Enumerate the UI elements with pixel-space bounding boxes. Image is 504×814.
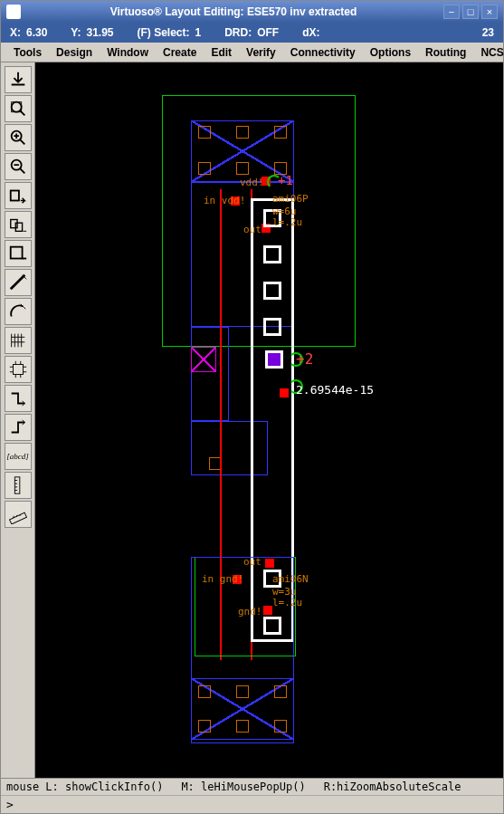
minimize-button[interactable]: − [443,5,460,19]
drd-label: DRD: [224,26,252,39]
menu-routing[interactable]: Routing [418,44,473,61]
mouse-m-hint: M: leHiMousePopUp() [181,780,305,793]
label-out-bot: out [243,556,262,568]
menu-window[interactable]: Window [100,44,156,61]
mouse-r-hint: R:hiZoomAbsoluteScale [324,780,461,793]
label-l2u-top: l=.2u [272,216,302,228]
left-toolbar: [abcd] [1,62,35,778]
svg-rect-5 [10,220,16,228]
label-cap-val: 2.69544e-15 [296,383,374,397]
menu-create[interactable]: Create [156,44,204,61]
label-in-bot: in gnd! [202,573,243,585]
zoom-out-icon[interactable] [5,153,32,180]
menu-design[interactable]: Design [49,44,100,61]
menu-options[interactable]: Options [363,44,418,61]
y-label: Y: [71,26,81,39]
maximize-button[interactable]: □ [462,5,479,19]
svg-rect-7 [10,247,22,259]
menu-connectivity[interactable]: Connectivity [283,44,363,61]
workarea: [abcd] [1,62,503,778]
ruler-v-icon[interactable] [5,472,32,499]
window-title: Virtuoso® Layout Editing: ESE570 inv ext… [26,5,441,18]
svg-rect-8 [13,365,23,375]
label-ami06n: ami06N [272,573,309,585]
layout-canvas[interactable]: +1 vdd! in vdd! ami06P w=6u l=.2u out +2… [35,62,503,778]
pattern-icon[interactable] [5,327,32,354]
svg-rect-10 [9,512,26,524]
wire-down-icon[interactable] [5,385,32,412]
contact [198,126,211,139]
copy-icon[interactable] [5,211,32,238]
titlebar: Virtuoso® Layout Editing: ESE570 inv ext… [1,1,503,23]
select-label: (F) Select: [138,26,190,39]
label-plus2: +2 [296,350,313,368]
mouse-l-hint: mouse L: showClickInfo() [6,780,163,793]
svg-rect-9 [14,477,19,493]
contact [236,162,249,175]
via [263,245,281,263]
svg-rect-6 [15,223,22,231]
drd-value: OFF [257,26,279,39]
save-icon[interactable] [5,66,32,93]
wire-up-icon[interactable] [5,414,32,441]
prompt-text: > [6,798,14,811]
dx-label: dX: [302,26,319,39]
status-right-num: 23 [482,26,494,39]
app-window: Virtuoso® Layout Editing: ESE570 inv ext… [0,0,504,814]
fit-icon[interactable] [5,95,32,122]
via [263,318,281,336]
arc-icon[interactable] [5,298,32,325]
label-in-top: in vdd! [204,195,245,206]
via-purple [265,350,283,369]
ruler-icon[interactable] [5,501,32,528]
label-out-top: out [243,224,262,235]
stretch-icon[interactable] [5,182,32,209]
menu-ncsu[interactable]: NCSU [473,44,504,61]
select-value: 1 [195,26,202,39]
menu-tools[interactable]: Tools [6,44,49,61]
label-ami06p: ami06P [272,193,309,205]
contact [236,126,249,139]
menu-edit[interactable]: Edit [204,44,239,61]
device-icon[interactable] [5,356,32,383]
app-icon [6,5,21,19]
label-vdd: vdd! [240,177,264,188]
abcd-icon[interactable]: [abcd] [5,443,32,470]
status-bar: X: 6.30 Y: 31.95 (F) Select: 1 DRD: OFF … [1,23,503,43]
menubar: Tools Design Window Create Edit Verify C… [1,43,503,62]
mouse-hint-bar: mouse L: showClickInfo() M: leHiMousePop… [1,778,503,795]
label-plus1: +1 [278,173,293,187]
menu-verify[interactable]: Verify [239,44,283,61]
close-button[interactable]: × [481,5,498,19]
cap-x [191,347,216,372]
layer-icon[interactable] [5,240,32,267]
contact [274,126,287,139]
svg-rect-4 [10,191,18,201]
y-value: 31.95 [86,26,113,39]
zoom-in-icon[interactable] [5,124,32,151]
label-l2u-bot: l=.2u [272,597,302,608]
via [263,282,281,300]
contact [198,162,211,175]
command-prompt[interactable]: > [1,795,503,813]
x-label: X: [10,26,21,39]
x-value: 6.30 [26,26,47,39]
path-icon[interactable] [5,269,32,296]
label-gnd: gnd! [238,606,262,618]
blue-ext [191,327,229,421]
